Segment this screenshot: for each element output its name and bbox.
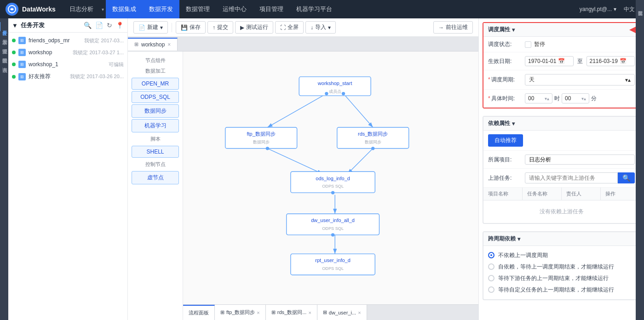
start-date-field[interactable]: 1970-01-01 📅: [525, 56, 574, 66]
import-button[interactable]: ↓ 导入 ▾: [305, 21, 336, 34]
ops-icon: →: [438, 24, 444, 31]
node-odps-sql[interactable]: ODPS_SQL: [132, 91, 179, 103]
tree-item-label: 好友推荐: [29, 73, 67, 80]
save-button[interactable]: 💾 保存: [176, 21, 206, 34]
tab-icon-rds: ⊞: [271, 309, 276, 315]
radio-2[interactable]: [488, 275, 494, 281]
project-label: 所属项目:: [488, 156, 521, 164]
nav-item-jiqixuexi[interactable]: 机器学习平台: [290, 0, 339, 18]
min-input[interactable]: 00 ▾▴: [562, 93, 589, 103]
tree-item-meta: 我锁定 2017-03-27 1...: [73, 49, 124, 56]
tree-item-workshop1[interactable]: ⊞ workshop_1 可编辑: [8, 58, 127, 70]
cycle-select[interactable]: 天 ▾▴: [525, 74, 635, 86]
upstream-search: 🔍: [525, 172, 635, 183]
bottom-tab-dw[interactable]: ⊞ dw_user_i... ×: [317, 305, 367, 320]
calendar-icon-start[interactable]: 📅: [558, 58, 565, 64]
nav-item-xiangmuguanli[interactable]: 项目管理: [253, 0, 290, 18]
vtab-task-dev[interactable]: 任务开发: [0, 22, 9, 31]
schedule-section: 调度属性 ▾ 调度状态: 暂停 生效日期: 1970-01-01 📅 至 211…: [483, 22, 640, 109]
nav-user[interactable]: yangyl.pt@... ▾: [580, 6, 616, 12]
auto-recommend-button[interactable]: 自动推荐: [488, 134, 523, 147]
time-label: 具体时间:: [488, 95, 521, 103]
cycle-option-1[interactable]: 自依赖，等待上一调度周期结束，才能继续运行: [488, 261, 635, 273]
tree-item-friend-recommend[interactable]: ⊞ 好友推荐 我锁定 2017-03-26 20...: [8, 70, 127, 83]
flow-svg: workshop_start 成员点 ftp_数据同步 数据同步 rds_数据同…: [183, 51, 478, 304]
nav-dropdown-arrow[interactable]: ▾: [100, 7, 106, 12]
section-title-script: 脚本: [132, 134, 179, 144]
tab-close-button[interactable]: ×: [167, 41, 171, 48]
svg-line-3: [344, 94, 373, 127]
cycle-option-3[interactable]: 等待自定义任务的上一周期结束，才能继续运行: [488, 284, 635, 296]
canvas-inner[interactable]: 节点组件 数据加工 OPEN_MR ODPS_SQL 数据同步 机器学习 脚本 …: [128, 51, 478, 320]
nav-item-shujukaifa[interactable]: 数据开发: [143, 0, 179, 18]
vtab-resource-mgmt[interactable]: 资源管理: [0, 40, 9, 50]
submit-button[interactable]: ↑ 提交: [207, 21, 233, 34]
tab-icon: ⊞: [134, 41, 138, 47]
schedule-arrow-hint: [629, 27, 636, 34]
date-separator: 至: [577, 57, 583, 65]
toolbar-separator: [172, 23, 172, 32]
node-shell[interactable]: SHELL: [132, 146, 179, 158]
end-date-field[interactable]: 2116-03-19 📅: [586, 56, 635, 66]
bottom-tab-close-ftp[interactable]: ×: [257, 310, 259, 315]
schedule-section-header: 调度属性 ▾: [483, 23, 639, 37]
nav-item-rizhifenxi[interactable]: 日志分析: [63, 0, 100, 18]
cycle-option-0[interactable]: 不依赖上一调度周期: [488, 250, 635, 261]
radio-1[interactable]: [488, 263, 494, 270]
radio-3[interactable]: [488, 286, 494, 293]
new-file-icon[interactable]: 📄: [95, 22, 103, 29]
file-tree: ▼ 任务开发 🔍 📄 ↻ 📍 ⊞ friends_odps_mr 我锁定 201…: [8, 18, 128, 320]
bottom-tab-flow[interactable]: 流程面板: [183, 305, 215, 320]
schedule-status-row: 调度状态: 暂停: [483, 37, 639, 52]
vtab-script-dev[interactable]: 脚本开发: [0, 31, 9, 40]
goto-ops-button[interactable]: → 前往运维: [433, 21, 473, 34]
node-open-mr[interactable]: OPEN_MR: [132, 78, 179, 90]
vtab-func-mgmt[interactable]: 函数管理: [0, 50, 9, 59]
svg-text:dw_user_info_all_d: dw_user_info_all_d: [311, 217, 355, 223]
calendar-icon-end[interactable]: 📅: [620, 58, 627, 64]
tree-item-meta: 可编辑: [109, 61, 124, 68]
svg-rect-20: [287, 214, 380, 235]
dependency-section: 依赖属性 ▾ 自动推荐 所属项目: 上游任务: 🔍 项目名称 任务名称 责任人: [483, 116, 640, 224]
upstream-search-input[interactable]: [525, 172, 618, 183]
save-icon: 💾: [181, 24, 188, 31]
new-button[interactable]: 📄 新建 ▾: [133, 21, 168, 34]
cycle-option-2[interactable]: 等待下游任务的上一周期结束，才能继续运行: [488, 273, 635, 284]
project-input[interactable]: [525, 154, 635, 165]
bottom-tab-close-dw[interactable]: ×: [358, 310, 361, 315]
vtab-table-query[interactable]: 表查询: [0, 59, 9, 68]
search-icon[interactable]: 🔍: [84, 22, 92, 29]
tree-item-friends[interactable]: ⊞ friends_odps_mr 我锁定 2017-03...: [8, 34, 127, 46]
refresh-icon[interactable]: ↻: [107, 22, 112, 29]
status-dot: [12, 51, 16, 54]
svg-text:rds_数据同步: rds_数据同步: [358, 131, 388, 137]
tree-title: ▼ 任务开发: [12, 21, 45, 29]
tree-item-workshop[interactable]: ⊞ workshop 我锁定 2017-03-27 1...: [8, 46, 127, 58]
upstream-row: 上游任务: 🔍: [483, 169, 639, 188]
nav-item-shujuguanli[interactable]: 数据管理: [179, 0, 216, 18]
svg-point-30: [331, 191, 334, 194]
upstream-search-button[interactable]: 🔍: [618, 172, 635, 183]
node-ml[interactable]: 机器学习: [132, 119, 179, 132]
pause-checkbox-input[interactable]: [525, 41, 531, 48]
radio-0[interactable]: [488, 252, 494, 258]
fullscreen-button[interactable]: ⛶ 全屏: [275, 21, 304, 34]
bottom-tab-close-rds[interactable]: ×: [308, 310, 311, 315]
location-icon[interactable]: 📍: [116, 22, 124, 29]
right-panel: 调度属性 ▾ 调度状态: 暂停 生效日期: 1970-01-01 📅 至 211…: [478, 18, 644, 320]
hour-input[interactable]: 00 ▾▴: [525, 93, 552, 103]
pause-checkbox[interactable]: 暂停: [525, 40, 545, 48]
node-virtual[interactable]: 虚节点: [132, 171, 179, 184]
node-data-sync[interactable]: 数据同步: [132, 104, 179, 118]
test-run-button[interactable]: ▶ 测试运行: [235, 21, 273, 34]
nav-item-shujujicheng[interactable]: 数据集成: [106, 0, 143, 18]
bottom-tab-rds[interactable]: ⊞ rds_数据同... ×: [266, 305, 317, 320]
cycle-value: 天: [529, 76, 535, 84]
nav-right: yangyl.pt@... ▾ 中文: [580, 6, 638, 13]
pause-label: 暂停: [534, 40, 545, 48]
micro-vtab-schedule[interactable]: 调度配置: [636, 4, 644, 11]
cycle-dropdown-icon: ▾▴: [625, 77, 631, 83]
tab-workshop[interactable]: ⊞ workshop ×: [128, 38, 178, 51]
bottom-tab-ftp[interactable]: ⊞ ftp_数据同步 ×: [215, 305, 266, 320]
nav-item-yunwezhongxin[interactable]: 运维中心: [216, 0, 253, 18]
